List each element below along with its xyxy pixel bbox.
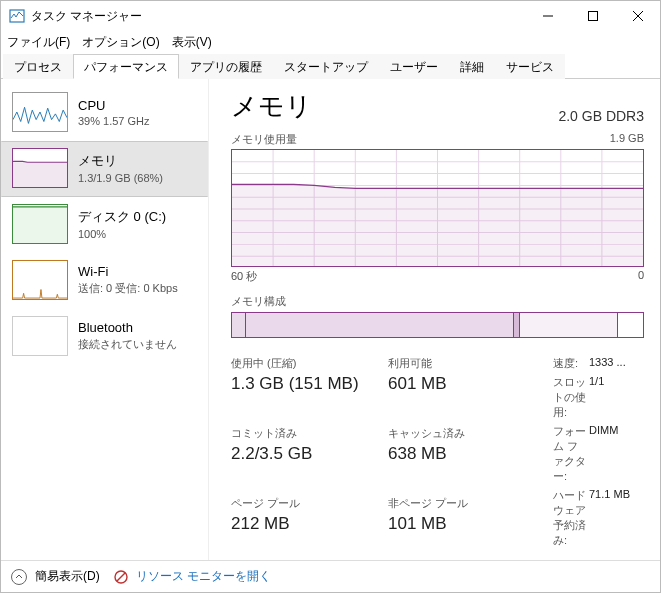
menu-file[interactable]: ファイル(F) — [7, 34, 70, 51]
stat-nonpaged: 非ページ プール 101 MB — [388, 496, 531, 552]
maximize-button[interactable] — [570, 1, 615, 31]
resmon-icon — [114, 570, 128, 584]
tab-performance[interactable]: パフォーマンス — [73, 54, 179, 79]
memory-sub: 1.3/1.9 GB (68%) — [78, 172, 163, 184]
stat-in-use: 使用中 (圧縮) 1.3 GB (151 MB) — [231, 356, 374, 412]
memory-capacity: 2.0 GB DDR3 — [558, 108, 644, 124]
menu-options[interactable]: オプション(O) — [82, 34, 159, 51]
memory-title: メモリ — [78, 152, 163, 170]
sidebar-item-wifi[interactable]: Wi-Fi 送信: 0 受信: 0 Kbps — [1, 253, 208, 309]
stat-paged: ページ プール 212 MB — [231, 496, 374, 552]
perf-sidebar: CPU 39% 1.57 GHz メモリ 1.3/1.9 GB (68%) ディ… — [1, 79, 209, 560]
tab-details[interactable]: 詳細 — [449, 54, 495, 79]
fewer-details-button[interactable]: 簡易表示(D) — [35, 568, 100, 585]
tab-users[interactable]: ユーザー — [379, 54, 449, 79]
svg-rect-2 — [588, 12, 597, 21]
stat-committed: コミット済み 2.2/3.5 GB — [231, 426, 374, 482]
cpu-title: CPU — [78, 98, 150, 113]
menu-view[interactable]: 表示(V) — [172, 34, 212, 51]
svg-rect-5 — [13, 162, 67, 187]
tab-processes[interactable]: プロセス — [3, 54, 73, 79]
svg-rect-6 — [13, 207, 67, 243]
tab-startup[interactable]: スタートアップ — [273, 54, 379, 79]
tab-services[interactable]: サービス — [495, 54, 565, 79]
usage-label: メモリ使用量 — [231, 132, 297, 147]
minimize-button[interactable] — [525, 1, 570, 31]
memory-composition-chart[interactable] — [231, 312, 644, 338]
memory-thumb — [12, 148, 68, 188]
disk-thumb — [12, 204, 68, 244]
memory-specs: 速度:1333 ... スロットの使用:1/1 フォーム ファクター:DIMM … — [553, 356, 644, 552]
tab-app-history[interactable]: アプリの履歴 — [179, 54, 273, 79]
window-title: タスク マネージャー — [31, 8, 142, 25]
bluetooth-sub: 接続されていません — [78, 337, 177, 352]
xaxis-left: 60 秒 — [231, 269, 257, 284]
open-resmon-link[interactable]: リソース モニターを開く — [136, 568, 271, 585]
main-panel: メモリ 2.0 GB DDR3 メモリ使用量 1.9 GB 60 秒 — [209, 79, 660, 560]
titlebar[interactable]: タスク マネージャー — [1, 1, 660, 31]
memory-usage-chart[interactable] — [231, 149, 644, 267]
disk-title: ディスク 0 (C:) — [78, 208, 166, 226]
sidebar-item-memory[interactable]: メモリ 1.3/1.9 GB (68%) — [1, 141, 208, 197]
composition-label: メモリ構成 — [231, 294, 644, 309]
wifi-title: Wi-Fi — [78, 264, 178, 279]
footer: 簡易表示(D) リソース モニターを開く — [1, 560, 660, 592]
tab-strip: プロセス パフォーマンス アプリの履歴 スタートアップ ユーザー 詳細 サービス — [1, 53, 660, 79]
close-button[interactable] — [615, 1, 660, 31]
svg-line-28 — [117, 573, 125, 581]
wifi-thumb — [12, 260, 68, 300]
sidebar-item-bluetooth[interactable]: Bluetooth 接続されていません — [1, 309, 208, 365]
menubar: ファイル(F) オプション(O) 表示(V) — [1, 31, 660, 53]
taskmgr-icon — [9, 8, 25, 24]
sidebar-item-cpu[interactable]: CPU 39% 1.57 GHz — [1, 85, 208, 141]
wifi-sub: 送信: 0 受信: 0 Kbps — [78, 281, 178, 296]
stat-available: 利用可能 601 MB — [388, 356, 531, 412]
usage-max: 1.9 GB — [610, 132, 644, 147]
sidebar-item-disk[interactable]: ディスク 0 (C:) 100% — [1, 197, 208, 253]
page-title: メモリ — [231, 89, 312, 124]
stat-cached: キャッシュ済み 638 MB — [388, 426, 531, 482]
bluetooth-thumb — [12, 316, 68, 356]
disk-sub: 100% — [78, 228, 166, 240]
svg-marker-26 — [232, 184, 643, 266]
cpu-sub: 39% 1.57 GHz — [78, 115, 150, 127]
cpu-thumb — [12, 92, 68, 132]
chevron-up-icon[interactable] — [11, 569, 27, 585]
xaxis-right: 0 — [638, 269, 644, 284]
bluetooth-title: Bluetooth — [78, 320, 177, 335]
